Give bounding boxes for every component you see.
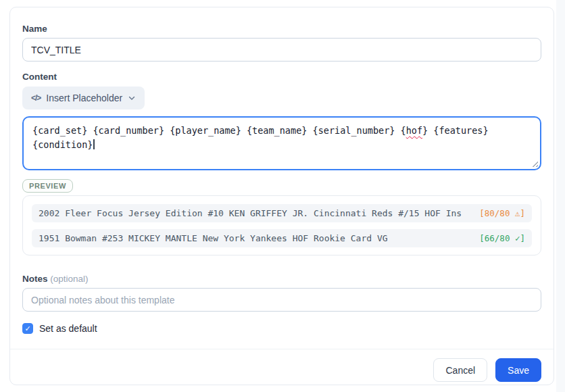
resize-handle-icon[interactable] <box>531 160 538 167</box>
set-default-label: Set as default <box>39 323 97 334</box>
code-icon: </> <box>31 93 41 103</box>
save-button[interactable]: Save <box>495 358 541 382</box>
insert-placeholder-button[interactable]: </> Insert Placeholder <box>22 87 145 109</box>
preview-row: 1951 Bowman #253 MICKEY MANTLE New York … <box>32 229 532 247</box>
set-default-checkbox[interactable]: ✓ <box>22 323 33 334</box>
preview-row-text: 2002 Fleer Focus Jersey Edition #10 KEN … <box>39 208 462 218</box>
template-line-2: {condition} <box>32 138 531 152</box>
notes-optional-hint: (optional) <box>50 274 88 284</box>
set-default-row[interactable]: ✓ Set as default <box>22 323 541 334</box>
misspelled-word: hof <box>406 125 422 136</box>
char-count-badge: [80/80 ⚠] <box>479 208 525 218</box>
insert-placeholder-label: Insert Placeholder <box>46 93 122 103</box>
cancel-button[interactable]: Cancel <box>433 358 487 382</box>
notes-label: Notes (optional) <box>22 274 541 284</box>
template-line-1: {card_set} {card_number} {player_name} {… <box>32 124 531 138</box>
chevron-down-icon <box>128 94 136 102</box>
template-editor-panel: Name Content </> Insert Placeholder {car… <box>9 7 554 385</box>
preview-row: 2002 Fleer Focus Jersey Edition #10 KEN … <box>32 204 532 222</box>
notes-input[interactable] <box>22 288 541 312</box>
footer-actions: Cancel Save <box>22 349 541 382</box>
content-textarea[interactable]: {card_set} {card_number} {player_name} {… <box>22 116 541 170</box>
preview-container: 2002 Fleer Focus Jersey Edition #10 KEN … <box>22 195 541 255</box>
name-label: Name <box>22 24 541 34</box>
preview-row-text: 1951 Bowman #253 MICKEY MANTLE New York … <box>39 233 388 243</box>
text-cursor <box>93 139 95 149</box>
preview-badge: PREVIEW <box>22 179 73 193</box>
content-label: Content <box>22 72 541 82</box>
char-count-badge: [66/80 ✓] <box>479 233 525 243</box>
name-input[interactable] <box>22 38 541 62</box>
page-gutter <box>556 0 565 392</box>
